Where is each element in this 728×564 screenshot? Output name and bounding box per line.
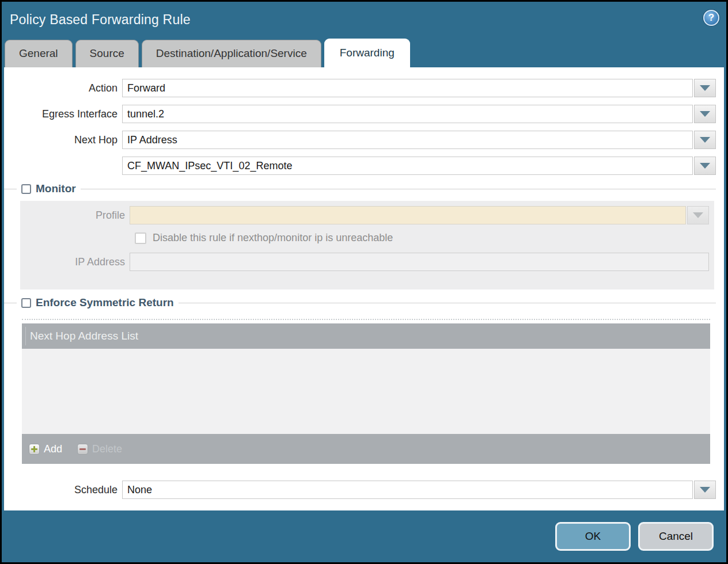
chevron-down-icon [700,487,710,493]
add-button-label: Add [44,443,62,455]
dialog-button-bar: OK Cancel [2,510,726,562]
monitor-ip-address-row: IP Address [20,253,709,271]
disable-rule-checkbox [135,233,146,244]
next-hop-table-header-label: Next Hop Address List [30,330,138,342]
add-button[interactable]: Add [29,443,62,455]
help-icon[interactable]: ? [703,10,719,26]
next-hop-address-dropdown-button[interactable] [694,157,716,175]
next-hop-address-select[interactable]: CF_MWAN_IPsec_VTI_02_Remote [122,157,693,175]
chevron-down-icon [700,111,710,117]
dialog-titlebar: Policy Based Forwarding Rule ? [2,2,726,37]
next-hop-address-row: CF_MWAN_IPsec_VTI_02_Remote [4,157,716,175]
next-hop-table-body[interactable] [22,349,710,434]
profile-row: Profile [20,206,709,224]
profile-label: Profile [20,209,130,222]
tab-forwarding[interactable]: Forwarding [324,39,410,67]
profile-dropdown-button [687,206,709,224]
plus-icon [29,444,40,455]
monitor-legend: Monitor [4,182,716,195]
next-hop-table-header: Next Hop Address List [22,323,710,349]
next-hop-type-select[interactable]: IP Address [122,131,693,149]
next-hop-table-footer: Add Delete [22,434,710,464]
ok-button[interactable]: OK [555,522,631,551]
delete-button: Delete [77,443,122,455]
next-hop-type-dropdown-button[interactable] [694,131,716,149]
monitor-ip-address-input [130,253,709,271]
monitor-ip-address-label: IP Address [20,256,130,268]
tab-bar: General Source Destination/Application/S… [2,37,726,67]
symmetric-return-legend: Enforce Symmetric Return [4,296,716,309]
schedule-dropdown-button[interactable] [694,481,716,499]
action-row: Action Forward [4,79,716,97]
action-select[interactable]: Forward [122,79,693,97]
tab-content-forwarding: Action Forward Egress Interface tunnel.2… [4,67,724,510]
cancel-button[interactable]: Cancel [638,522,714,551]
chevron-down-icon [700,85,710,91]
profile-select [130,206,686,224]
next-hop-row: Next Hop IP Address [4,131,716,149]
schedule-row: Schedule None [4,481,716,499]
schedule-label: Schedule [4,484,122,496]
delete-button-label: Delete [92,443,122,455]
chevron-down-icon [700,137,710,143]
dialog-title: Policy Based Forwarding Rule [10,12,191,28]
egress-interface-dropdown-button[interactable] [694,105,716,123]
tab-general[interactable]: General [5,40,73,67]
chevron-down-icon [693,212,703,218]
schedule-select[interactable]: None [122,481,693,499]
tab-source[interactable]: Source [75,40,139,67]
next-hop-address-table: Next Hop Address List Add Delete [22,319,710,464]
monitor-panel: Profile Disable this rule if nexthop/mon… [20,201,714,289]
next-hop-label: Next Hop [4,134,122,146]
chevron-down-icon [700,163,710,169]
disable-rule-label: Disable this rule if nexthop/monitor ip … [153,232,393,244]
minus-icon [77,444,88,455]
symmetric-return-legend-text: Enforce Symmetric Return [36,296,174,309]
symmetric-return-checkbox[interactable] [21,298,31,308]
action-label: Action [4,82,122,94]
policy-based-forwarding-dialog: Policy Based Forwarding Rule ? General S… [2,2,726,562]
monitor-checkbox[interactable] [21,184,31,194]
disable-rule-row: Disable this rule if nexthop/monitor ip … [135,232,714,244]
tab-destination-application-service[interactable]: Destination/Application/Service [142,40,321,67]
egress-interface-row: Egress Interface tunnel.2 [4,105,716,123]
egress-interface-label: Egress Interface [4,108,122,120]
monitor-legend-text: Monitor [36,182,76,195]
egress-interface-select[interactable]: tunnel.2 [122,105,693,123]
action-dropdown-button[interactable] [694,79,716,97]
